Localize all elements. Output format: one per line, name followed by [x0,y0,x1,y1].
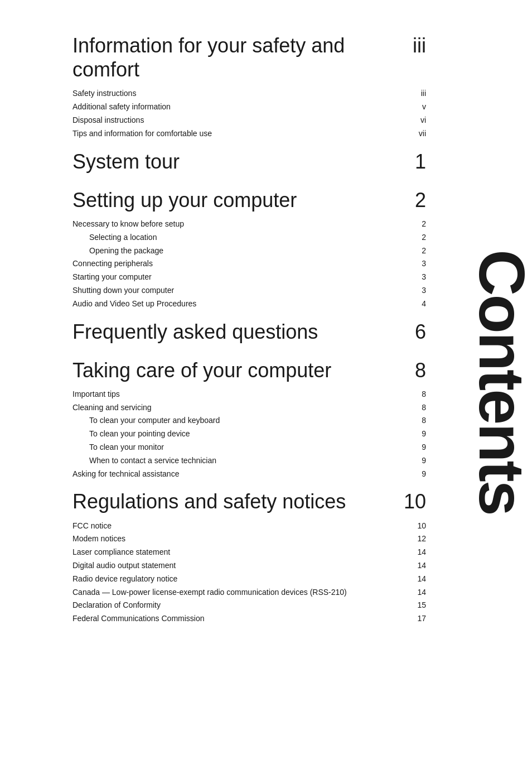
item-label-setup-3: Connecting peripherals [72,257,404,271]
item-label-safety-3: Tips and information for comfortable use [72,127,404,141]
item-page-setup-6: 4 [404,297,426,311]
item-label-regulations-0: FCC notice [72,520,404,533]
item-label-setup-4: Starting your computer [72,271,404,284]
section-spacer [72,179,426,188]
heading-label-faq: Frequently asked questions [72,320,318,344]
heading-label-regulations: Regulations and safety notices [72,489,346,513]
item-page-regulations-3: 14 [404,559,426,573]
section-spacer [72,311,426,320]
item-page-safety-1: v [404,100,426,114]
item-page-regulations-2: 14 [404,546,426,559]
heading-label-safety: Information for your safety and comfort [72,33,398,81]
toc-item-setup-1: Selecting a location2 [89,231,426,244]
toc-item-care-1: Cleaning and servicing8 [72,401,426,415]
item-page-care-3: 9 [404,427,426,441]
toc-item-regulations-6: Declaration of Conformity15 [72,599,426,612]
item-label-regulations-6: Declaration of Conformity [72,599,404,612]
heading-page-safety: iii [398,33,426,57]
item-page-safety-3: vii [404,127,426,141]
item-label-regulations-3: Digital audio output statement [72,559,404,573]
toc-item-setup-0: Necessary to know before setup2 [72,218,426,231]
toc-item-care-5: When to contact a service technician9 [89,454,426,468]
heading-page-system-tour: 1 [398,150,426,174]
section-heading-faq: Frequently asked questions6 [72,320,426,346]
item-label-safety-1: Additional safety information [72,100,404,114]
section-items-regulations: FCC notice10Modem notices12Laser complia… [72,520,426,626]
item-label-safety-0: Safety instructions [72,87,404,100]
item-page-setup-0: 2 [404,218,426,231]
item-label-care-4: To clean your monitor [89,441,404,454]
item-page-setup-1: 2 [404,231,426,244]
item-page-regulations-4: 14 [404,573,426,586]
item-page-care-4: 9 [404,441,426,454]
item-label-regulations-5: Canada — Low-power license-exempt radio … [72,586,404,599]
section-spacer [72,480,426,489]
item-label-care-6: Asking for technical assistance [72,468,404,481]
item-page-regulations-1: 12 [404,532,426,546]
item-page-regulations-5: 14 [404,586,426,599]
toc-item-setup-6: Audio and Video Set up Procedures4 [72,297,426,311]
section-heading-regulations: Regulations and safety notices10 [72,489,426,516]
item-label-care-5: When to contact a service technician [89,454,404,468]
item-page-care-5: 9 [404,454,426,468]
heading-page-setup: 2 [398,188,426,212]
item-label-setup-6: Audio and Video Set up Procedures [72,297,404,311]
item-label-care-3: To clean your pointing device [89,427,404,441]
section-heading-system-tour: System tour1 [72,150,426,176]
section-heading-safety: Information for your safety and comforti… [72,33,426,84]
item-label-setup-5: Shutting down your computer [72,284,404,297]
item-page-regulations-6: 15 [404,599,426,612]
item-page-setup-5: 3 [404,284,426,297]
toc-item-regulations-7: Federal Communications Commission17 [72,612,426,626]
item-label-regulations-7: Federal Communications Commission [72,612,404,626]
item-page-care-2: 8 [404,414,426,427]
section-items-care: Important tips8Cleaning and servicing8To… [72,388,426,481]
toc-item-care-4: To clean your monitor9 [89,441,426,454]
toc-item-care-0: Important tips8 [72,388,426,401]
toc-item-care-3: To clean your pointing device9 [89,427,426,441]
toc-item-setup-5: Shutting down your computer3 [72,284,426,297]
item-page-regulations-0: 10 [404,520,426,533]
toc-item-setup-3: Connecting peripherals3 [72,257,426,271]
item-label-care-2: To clean your computer and keyboard [89,414,404,427]
item-label-safety-2: Disposal instructions [72,114,404,127]
item-label-regulations-4: Radio device regulatory notice [72,573,404,586]
toc-item-regulations-3: Digital audio output statement14 [72,559,426,573]
heading-page-regulations: 10 [398,489,426,513]
toc-item-care-6: Asking for technical assistance9 [72,468,426,481]
item-page-safety-2: vi [404,114,426,127]
item-label-regulations-1: Modem notices [72,532,404,546]
toc-item-regulations-5: Canada — Low-power license-exempt radio … [72,586,426,599]
item-page-setup-2: 2 [404,244,426,258]
toc-item-regulations-1: Modem notices12 [72,532,426,546]
toc-item-setup-2: Opening the package2 [89,244,426,258]
item-page-care-1: 8 [404,401,426,415]
item-label-setup-1: Selecting a location [89,231,404,244]
item-page-setup-3: 3 [404,257,426,271]
section-heading-setup: Setting up your computer2 [72,188,426,214]
right-sidebar: Contents [471,0,532,764]
section-heading-care: Taking care of your computer8 [72,358,426,385]
page-container: Contents Information for your safety and… [0,0,532,764]
section-items-safety: Safety instructionsiiiAdditional safety … [72,87,426,140]
toc-item-regulations-2: Laser compliance statement14 [72,546,426,559]
item-page-care-6: 9 [404,468,426,481]
contents-label: Contents [471,249,532,514]
toc-item-regulations-0: FCC notice10 [72,520,426,533]
heading-page-care: 8 [398,358,426,382]
item-page-safety-0: iii [404,87,426,100]
item-label-regulations-2: Laser compliance statement [72,546,404,559]
item-label-setup-0: Necessary to know before setup [72,218,404,231]
section-spacer [72,141,426,150]
toc-item-safety-0: Safety instructionsiii [72,87,426,100]
toc-item-care-2: To clean your computer and keyboard8 [89,414,426,427]
main-content: Information for your safety and comforti… [72,33,426,626]
heading-label-setup: Setting up your computer [72,188,297,212]
toc-item-safety-2: Disposal instructionsvi [72,114,426,127]
heading-page-faq: 6 [398,320,426,344]
toc-item-regulations-4: Radio device regulatory notice14 [72,573,426,586]
section-spacer [72,349,426,358]
toc-item-setup-4: Starting your computer3 [72,271,426,284]
heading-label-care: Taking care of your computer [72,358,331,382]
item-page-care-0: 8 [404,388,426,401]
